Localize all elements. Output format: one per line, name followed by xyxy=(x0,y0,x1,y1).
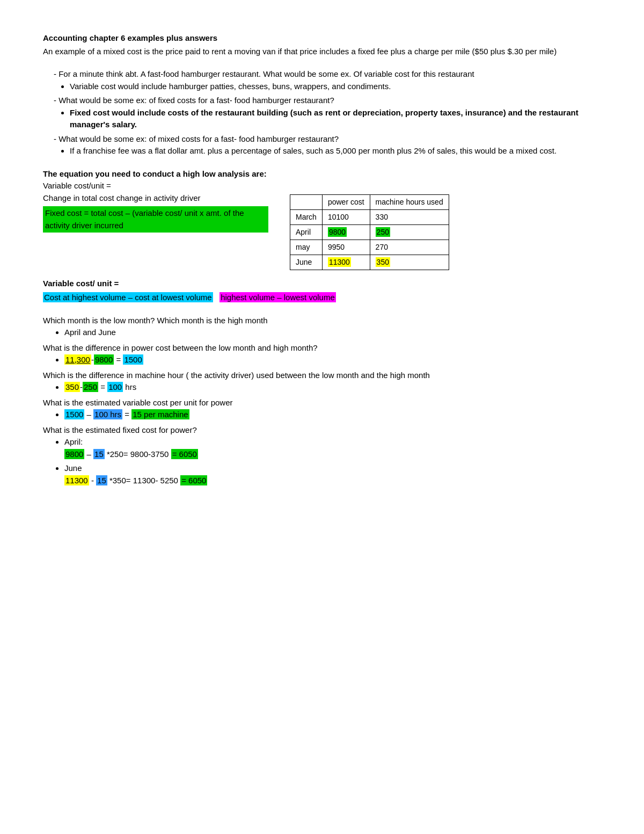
list-item-3-bullet-1: If a franchise fee was a flat dollar amt… xyxy=(70,145,601,157)
june-calc: 11300 - 15 *350= 11300- 5250 = 6050 xyxy=(64,475,207,485)
data-table-wrapper: power cost machine hours used March 1010… xyxy=(290,192,449,270)
april-label: April: xyxy=(64,437,83,446)
equation-row: Change in total cost change in activity … xyxy=(43,192,601,270)
variable-est-a2: 100 hrs xyxy=(93,409,122,419)
june-p1: 11300 xyxy=(64,475,89,485)
change-in-total: Change in total cost change in activity … xyxy=(43,192,268,205)
april-p1: 9800 xyxy=(64,449,84,459)
list-item-3-bullets: If a franchise fee was a flat dollar amt… xyxy=(70,145,601,157)
cell-march-hours: 330 xyxy=(370,209,449,224)
diff-power-a3: 1500 xyxy=(123,354,143,365)
variable-cost-formula-section: Variable cost/ unit = Cost at highest vo… xyxy=(43,278,601,304)
high-low-section: The equation you need to conduct a high … xyxy=(43,168,601,270)
list-item-1: For a minute think abt. A fast-food hamb… xyxy=(54,68,601,92)
cell-may-hours: 270 xyxy=(370,240,449,255)
diff-machine-a1: 350 xyxy=(64,382,80,392)
cell-june-label: June xyxy=(290,255,323,270)
list-item-2-bullets: Fixed cost would include costs of the re… xyxy=(70,107,601,131)
diff-machine-question: Which is the difference in machine hour … xyxy=(43,369,601,382)
diff-machine-a2: 250 xyxy=(83,382,98,392)
col-header-empty xyxy=(290,194,323,209)
fixed-est-april: April: 9800 – 15 *250= 9800-3750 = 6050 xyxy=(64,436,601,460)
fixed-est-june: June 11300 - 15 *350= 11300- 5250 = 6050 xyxy=(64,462,601,487)
variable-est-answer-list: 1500 – 100 hrs = 15 per machine xyxy=(64,409,601,421)
fixed-cost-box: Fixed cost = total cost – (variable cost… xyxy=(43,206,268,233)
diff-machine-answer: 350-250 = 100 hrs xyxy=(64,381,601,394)
list-item-3-text: What would be some ex: of mixed costs fo… xyxy=(58,134,339,143)
cell-march-label: March xyxy=(290,209,323,224)
june-label: June xyxy=(64,463,82,473)
variable-est-question: What is the estimated variable cost per … xyxy=(43,397,601,409)
june-p4: *350= 11300- 5250 xyxy=(109,476,178,485)
variable-est-a3: 15 per machine xyxy=(131,409,189,419)
col-header-hours: machine hours used xyxy=(370,194,449,209)
low-high-answer-list: April and June xyxy=(64,327,601,339)
equation-text: Change in total cost change in activity … xyxy=(43,192,268,233)
list-item-1-text: For a minute think abt. A fast-food hamb… xyxy=(58,69,474,78)
variable-est-a1: 1500 xyxy=(64,409,84,419)
data-table: power cost machine hours used March 1010… xyxy=(290,194,449,270)
fixed-est-answer-list: April: 9800 – 15 *250= 9800-3750 = 6050 … xyxy=(64,436,601,487)
list-item-2-text: What would be some ex: of fixed costs fo… xyxy=(58,96,334,105)
table-row-june: June 11300 350 xyxy=(290,255,449,270)
diff-machine-a3: 100 xyxy=(107,382,123,392)
june-hours-highlight: 350 xyxy=(376,257,390,267)
diff-power-question: What is the difference in power cost bet… xyxy=(43,342,601,354)
april-calc: 9800 – 15 *250= 9800-3750 = 6050 xyxy=(64,449,198,459)
cell-april-power: 9800 xyxy=(322,224,370,240)
qa-section: Which month is the low month? Which mont… xyxy=(43,315,601,487)
april-hours-highlight: 250 xyxy=(376,227,390,237)
cell-march-power: 10100 xyxy=(322,209,370,224)
cell-april-hours: 250 xyxy=(370,224,449,240)
formula-part2-highlight: highest volume – lowest volume xyxy=(219,292,336,302)
cell-may-label: may xyxy=(290,240,323,255)
list-item-1-bullet-1: Variable cost would include hamburger pa… xyxy=(70,81,601,93)
diff-power-a2: 9800 xyxy=(94,354,114,365)
fixed-cost-text: Fixed cost = total cost – (variable cost… xyxy=(45,208,244,230)
list-item-1-bullets: Variable cost would include hamburger pa… xyxy=(70,81,601,93)
fixed-est-question: What is the estimated fixed cost for pow… xyxy=(43,424,601,437)
list-item-2-bullet-bold: Fixed cost would include costs of the re… xyxy=(70,108,579,129)
variable-cost-unit-label: Variable cost/ unit = xyxy=(43,278,601,290)
april-p5: = 6050 xyxy=(171,449,198,459)
low-high-answer: April and June xyxy=(64,327,601,339)
dash-list: For a minute think abt. A fast-food hamb… xyxy=(54,68,601,157)
formula-line: Cost at highest volume – cost at lowest … xyxy=(43,292,601,304)
april-p3: 15 xyxy=(93,449,105,459)
table-header-row: power cost machine hours used xyxy=(290,194,449,209)
diff-power-answer: 11,300-9800 = 1500 xyxy=(64,354,601,366)
june-p3: 15 xyxy=(96,475,107,485)
april-op: – xyxy=(87,449,94,459)
cell-may-power: 9950 xyxy=(322,240,370,255)
cell-april-label: April xyxy=(290,224,323,240)
high-low-title: The equation you need to conduct a high … xyxy=(43,168,601,180)
intro-text: An example of a mixed cost is the price … xyxy=(43,46,601,58)
low-high-question: Which month is the low month? Which mont… xyxy=(43,315,601,327)
diff-machine-answer-list: 350-250 = 100 hrs xyxy=(64,381,601,394)
april-power-highlight: 9800 xyxy=(328,227,347,237)
june-power-highlight: 11300 xyxy=(328,257,351,267)
diff-power-a1: 11,300 xyxy=(64,354,91,365)
list-item-2: What would be some ex: of fixed costs fo… xyxy=(54,95,601,131)
diff-power-eq: = xyxy=(114,355,123,364)
table-row-march: March 10100 330 xyxy=(290,209,449,224)
diff-machine-eq: = xyxy=(98,382,107,391)
variable-cost-label: Variable cost/unit = xyxy=(43,180,601,192)
table-row-may: may 9950 270 xyxy=(290,240,449,255)
page-title: Accounting chapter 6 examples plus answe… xyxy=(43,32,601,45)
april-p4: *250= 9800-3750 xyxy=(107,449,169,459)
list-item-3: What would be some ex: of mixed costs fo… xyxy=(54,133,601,157)
dash-list-section: For a minute think abt. A fast-food hamb… xyxy=(43,68,601,157)
cell-june-hours: 350 xyxy=(370,255,449,270)
diff-machine-hrs: hrs xyxy=(123,382,136,391)
june-op: - xyxy=(91,476,96,485)
cell-june-power: 11300 xyxy=(322,255,370,270)
list-item-2-bullet-1: Fixed cost would include costs of the re… xyxy=(70,107,601,131)
june-p5: = 6050 xyxy=(180,475,207,485)
formula-part1-highlight: Cost at highest volume – cost at lowest … xyxy=(43,292,213,302)
table-row-april: April 9800 250 xyxy=(290,224,449,240)
variable-est-eq: = xyxy=(122,410,131,419)
variable-est-dash: – xyxy=(84,410,93,419)
variable-est-answer: 1500 – 100 hrs = 15 per machine xyxy=(64,409,601,421)
diff-power-answer-list: 11,300-9800 = 1500 xyxy=(64,354,601,366)
